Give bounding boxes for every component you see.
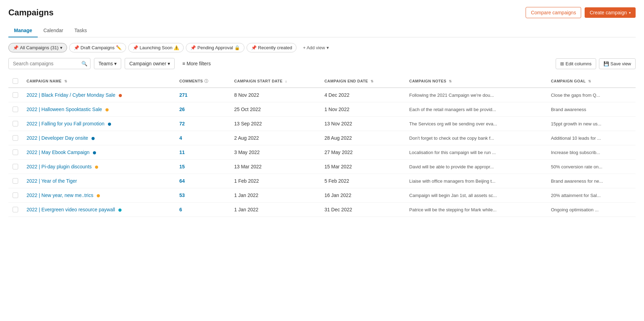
end-date-value: 31 Dec 2022	[324, 207, 352, 212]
comments-value: 53	[179, 192, 185, 198]
campaign-name-link[interactable]: 2022 | Developer Day onsite	[27, 135, 88, 141]
search-input[interactable]	[12, 58, 81, 69]
more-filters-button[interactable]: ≡ More filters	[178, 58, 215, 69]
view-draft-campaigns[interactable]: 📌 Draft Campaigns ✏️	[69, 43, 126, 52]
sort-name-icon[interactable]: ⇅	[64, 79, 67, 83]
create-campaign-label: Create campaign	[590, 10, 627, 15]
notes-value: David will be able to provide the approp…	[409, 164, 494, 169]
sort-notes-icon[interactable]: ⇅	[449, 79, 452, 83]
campaign-name-link[interactable]: 2022 | May Ebook Campaign	[27, 149, 89, 155]
teams-filter-button[interactable]: Teams ▾	[94, 58, 121, 69]
row-checkbox[interactable]	[13, 192, 18, 198]
view-launching-soon[interactable]: 📌 Launching Soon ⚠️	[128, 43, 184, 52]
row-comments-cell: 15	[175, 160, 230, 174]
campaign-name-link[interactable]: 2022 | Halloween Spooktastic Sale	[27, 107, 102, 112]
row-name-cell: 2022 | Evergreen video resource paywall	[22, 203, 175, 217]
campaign-owner-filter-button[interactable]: Campaign owner ▾	[125, 58, 175, 69]
comments-value: 72	[179, 121, 185, 126]
create-campaign-button[interactable]: Create campaign ▾	[585, 7, 636, 18]
row-checkbox[interactable]	[13, 121, 18, 126]
row-notes-cell: The Services org will be sending over ev…	[405, 117, 547, 131]
row-comments-cell: 271	[175, 88, 230, 102]
row-checkbox[interactable]	[13, 135, 18, 141]
view-pending-approval[interactable]: 📌 Pending Approval 🔒	[186, 43, 244, 52]
table-row: 2022 | Developer Day onsite 4 2 Aug 2022…	[8, 131, 636, 145]
filter-left: 🔍 Teams ▾ Campaign owner ▾ ≡ More filter…	[8, 58, 215, 69]
row-end-date-cell: 27 May 2022	[320, 145, 405, 160]
edit-columns-button[interactable]: ⊞ Edit columns	[556, 58, 596, 69]
status-dot	[97, 194, 100, 197]
tab-tasks[interactable]: Tasks	[69, 24, 93, 37]
row-start-date-cell: 25 Oct 2022	[230, 102, 320, 117]
add-view-button[interactable]: + Add view ▾	[299, 43, 333, 52]
row-checkbox-cell	[8, 102, 22, 117]
sort-end-icon[interactable]: ⇅	[371, 79, 373, 83]
notes-value: Following the 2021 Campaign we're dou...	[409, 93, 494, 98]
row-goal-cell: Brand awareness	[547, 102, 636, 117]
campaign-name-link[interactable]: 2022 | Falling for you Fall promotion	[27, 121, 104, 126]
row-end-date-cell: 5 Feb 2022	[320, 174, 405, 188]
goal-value: 50% conversion rate on...	[551, 164, 602, 169]
row-checkbox-cell	[8, 145, 22, 160]
row-checkbox[interactable]	[13, 92, 18, 98]
row-comments-cell: 72	[175, 117, 230, 131]
sort-goal-icon[interactable]: ⇅	[588, 79, 591, 83]
sort-start-icon[interactable]: ↓	[285, 79, 287, 83]
campaign-name-link[interactable]: 2022 | Evergreen video resource paywall	[27, 207, 115, 212]
row-checkbox[interactable]	[13, 149, 18, 155]
start-date-value: 2 Aug 2022	[234, 135, 259, 141]
row-checkbox[interactable]	[13, 207, 18, 212]
campaign-name-link[interactable]: 2022 | Year of the Tiger	[27, 178, 77, 184]
comments-value: 4	[179, 135, 182, 141]
select-all-checkbox[interactable]	[13, 78, 18, 84]
row-checkbox[interactable]	[13, 178, 18, 184]
tab-calendar[interactable]: Calendar	[38, 24, 69, 37]
table-row: 2022 | Halloween Spooktastic Sale 26 25 …	[8, 102, 636, 117]
campaign-name-link[interactable]: 2022 | Black Friday / Cyber Monday Sale	[27, 92, 115, 98]
row-checkbox-cell	[8, 131, 22, 145]
table-row: 2022 | Year of the Tiger 64 1 Feb 2022 5…	[8, 174, 636, 188]
row-goal-cell: Close the gaps from Q...	[547, 88, 636, 102]
end-date-value: 1 Nov 2022	[324, 107, 350, 112]
campaign-name-link[interactable]: 2022 | New year, new me..trics	[27, 192, 93, 198]
row-notes-cell: Liaise with office managers from Beijing…	[405, 174, 547, 188]
row-start-date-cell: 1 Jan 2022	[230, 188, 320, 203]
notes-value: Don't forget to check out the copy bank …	[409, 136, 494, 141]
view-all-campaigns[interactable]: 📌 All Campaigns (31) ▾	[8, 43, 67, 52]
save-view-label: Save view	[610, 61, 631, 66]
row-goal-cell: 15ppt growth in new us...	[547, 117, 636, 131]
row-comments-cell: 6	[175, 203, 230, 217]
columns-icon: ⊞	[560, 61, 564, 66]
view-draft-pin-icon: 📌	[74, 45, 79, 50]
row-name-cell: 2022 | May Ebook Campaign	[22, 145, 175, 160]
row-end-date-cell: 28 Aug 2022	[320, 131, 405, 145]
row-end-date-cell: 1 Nov 2022	[320, 102, 405, 117]
start-date-value: 25 Oct 2022	[234, 107, 261, 112]
table-row: 2022 | Pi-day plugin discounts 15 13 Mar…	[8, 160, 636, 174]
row-checkbox[interactable]	[13, 107, 18, 112]
add-view-chevron-icon: ▾	[327, 45, 329, 50]
more-filters-label: More filters	[186, 61, 211, 66]
notes-value: Liaise with office managers from Beijing…	[409, 178, 496, 184]
notes-value: Localisation for this campaign will be r…	[409, 150, 496, 155]
header-actions: Compare campaigns Create campaign ▾	[526, 7, 636, 18]
table-row: 2022 | New year, new me..trics 53 1 Jan …	[8, 188, 636, 203]
row-checkbox[interactable]	[13, 164, 18, 169]
view-launching-label: Launching Soon ⚠️	[140, 45, 180, 50]
views-bar: 📌 All Campaigns (31) ▾ 📌 Draft Campaigns…	[8, 43, 636, 52]
notes-value: Each of the retail managers will be prov…	[409, 107, 496, 112]
campaign-name-link[interactable]: 2022 | Pi-day plugin discounts	[27, 164, 92, 169]
row-start-date-cell: 2 Aug 2022	[230, 131, 320, 145]
search-input-wrap[interactable]: 🔍	[8, 58, 90, 69]
teams-label: Teams	[98, 61, 113, 66]
tab-manage[interactable]: Manage	[8, 24, 38, 37]
table-row: 2022 | Evergreen video resource paywall …	[8, 203, 636, 217]
compare-campaigns-button[interactable]: Compare campaigns	[526, 7, 581, 18]
view-recently-created[interactable]: 📌 Recently created	[247, 43, 297, 52]
view-all-label: All Campaigns (31)	[20, 45, 59, 50]
view-pending-pin-icon: 📌	[190, 45, 196, 50]
save-view-button[interactable]: 💾 Save view	[599, 58, 636, 69]
comments-value: 64	[179, 178, 185, 184]
status-dot	[92, 137, 95, 140]
end-date-value: 15 Mar 2022	[324, 164, 352, 169]
